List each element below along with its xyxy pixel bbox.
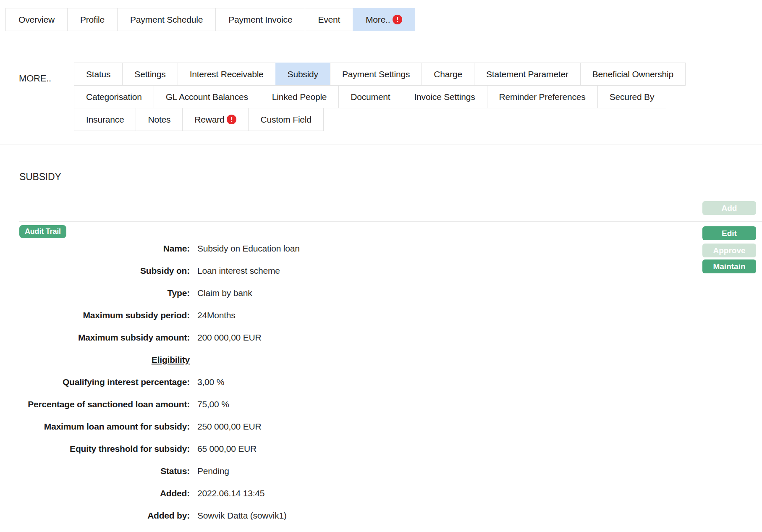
field-value: 75,00 % [197, 399, 229, 409]
field-row-maximum-loan-amount-for-subsidy: Maximum loan amount for subsidy: 250 000… [0, 415, 697, 438]
sub-tab-label: Secured By [610, 92, 655, 102]
tab-event[interactable]: Event ! [305, 8, 353, 31]
field-value: 24Months [197, 310, 236, 320]
field-value: 65 000,00 EUR [197, 444, 257, 454]
field-row-added: Added: 2022.06.14 13:45 [0, 482, 697, 504]
field-value: Claim by bank [197, 288, 252, 298]
subsidy-field-list: Name: Subsidy on Education loan Subsidy … [0, 237, 697, 527]
top-tab-bar: Overview ! Profile ! Payment Schedule ! … [6, 8, 415, 31]
tab-label: More.. [366, 15, 390, 25]
field-label: Percentage of sanctioned loan amount: [0, 399, 190, 409]
field-label: Maximum subsidy amount: [0, 333, 190, 343]
sub-tab-label: Status [86, 69, 110, 79]
alert-icon: ! [227, 115, 236, 124]
sub-tab-reward[interactable]: Reward ! [182, 108, 249, 131]
sub-tab-notes[interactable]: Notes ! [136, 108, 183, 131]
field-row-maximum-subsidy-period: Maximum subsidy period: 24Months [0, 304, 697, 326]
tab-label: Event [318, 15, 340, 25]
sub-tab-custom-field[interactable]: Custom Field ! [248, 108, 323, 131]
audit-trail-badge[interactable]: Audit Trail [19, 225, 66, 238]
sub-tab-row-2: Categorisation ! GL Account Balances ! L… [74, 85, 686, 108]
subsidy-title-divider [5, 187, 762, 187]
sub-tab-label: Payment Settings [342, 69, 410, 79]
field-row-maximum-subsidy-amount: Maximum subsidy amount: 200 000,00 EUR [0, 326, 697, 349]
tab-more[interactable]: More.. ! [353, 8, 415, 31]
field-label: Maximum loan amount for subsidy: [0, 422, 190, 432]
sub-tab-interest-receivable[interactable]: Interest Receivable ! [178, 63, 276, 86]
alert-icon: ! [393, 15, 402, 24]
sub-tab-label: Statement Parameter [486, 69, 568, 79]
sub-tab-status[interactable]: Status ! [74, 63, 123, 86]
sub-tab-row-1: Status ! Settings ! Interest Receivable … [74, 63, 686, 86]
sub-tab-gl-account-balances[interactable]: GL Account Balances ! [154, 85, 260, 108]
sub-tab-label: Reward [194, 115, 224, 125]
toolbar-divider [19, 221, 762, 222]
edit-button[interactable]: Edit [702, 226, 756, 240]
sub-tab-secured-by[interactable]: Secured By ! [597, 85, 667, 108]
field-row-qualifying-interest-percentage: Qualifying interest percentage: 3,00 % [0, 371, 697, 393]
tab-label: Payment Invoice [228, 15, 292, 25]
field-row-type: Type: Claim by bank [0, 282, 697, 304]
field-label: Eligibility [0, 355, 190, 365]
field-label: Maximum subsidy period: [0, 310, 190, 320]
sub-tab-invoice-settings[interactable]: Invoice Settings ! [402, 85, 487, 108]
sub-tab-label: Subsidy [288, 69, 318, 79]
field-heading-eligibility: Eligibility [0, 349, 697, 371]
section-divider [0, 144, 762, 144]
sub-tab-payment-settings[interactable]: Payment Settings ! [330, 63, 422, 86]
maintain-button[interactable]: Maintain [702, 259, 756, 273]
tab-overview[interactable]: Overview ! [5, 8, 68, 31]
sub-tab-label: GL Account Balances [166, 92, 248, 102]
field-label: Status: [0, 466, 190, 476]
sub-tab-label: Linked People [272, 92, 327, 102]
sub-tab-reminder-preferences[interactable]: Reminder Preferences ! [487, 85, 598, 108]
sub-tab-label: Settings [134, 69, 165, 79]
sub-tab-label: Document [351, 92, 390, 102]
field-value: 2022.06.14 13:45 [197, 488, 264, 498]
sub-tab-subsidy[interactable]: Subsidy ! [275, 63, 330, 86]
field-row-name: Name: Subsidy on Education loan [0, 237, 697, 259]
field-label: Subsidy on: [0, 266, 190, 276]
sub-tab-row-3: Insurance ! Notes ! Reward ! Custom Fiel… [74, 108, 686, 131]
sub-tab-label: Notes [148, 115, 170, 125]
field-label: Added: [0, 488, 190, 498]
field-value: 200 000,00 EUR [197, 333, 261, 343]
tab-payment-invoice[interactable]: Payment Invoice ! [215, 8, 305, 31]
field-label: Qualifying interest percentage: [0, 377, 190, 387]
tab-label: Payment Schedule [130, 15, 203, 25]
sub-tab-linked-people[interactable]: Linked People ! [260, 85, 339, 108]
tab-profile[interactable]: Profile ! [67, 8, 118, 31]
field-value: 250 000,00 EUR [197, 422, 261, 432]
sub-tab-label: Reminder Preferences [499, 92, 586, 102]
sub-tab-document[interactable]: Document ! [338, 85, 402, 108]
tab-payment-schedule[interactable]: Payment Schedule ! [117, 8, 216, 31]
field-row-added-by: Added by: Sowvik Datta (sowvik1) [0, 504, 697, 527]
add-button: Add [702, 201, 756, 215]
more-sub-tabs: Status ! Settings ! Interest Receivable … [74, 63, 686, 131]
field-value: Loan interest scheme [197, 266, 280, 276]
field-value: Sowvik Datta (sowvik1) [197, 511, 287, 521]
sub-tab-label: Beneficial Ownership [592, 69, 673, 79]
sub-tab-label: Categorisation [86, 92, 142, 102]
sub-tab-statement-parameter[interactable]: Statement Parameter ! [474, 63, 581, 86]
field-label: Type: [0, 288, 190, 298]
subsidy-page: { "colors": { "accent_green": "#4aa87c",… [0, 0, 762, 532]
sub-tab-charge[interactable]: Charge ! [422, 63, 474, 86]
sub-tab-label: Insurance [86, 115, 124, 125]
field-row-subsidy-on: Subsidy on: Loan interest scheme [0, 259, 697, 282]
approve-button: Approve [702, 244, 756, 257]
sub-tab-label: Interest Receivable [190, 69, 264, 79]
sub-tab-insurance[interactable]: Insurance ! [74, 108, 136, 131]
sub-tab-beneficial-ownership[interactable]: Beneficial Ownership ! [580, 63, 686, 86]
field-value: 3,00 % [197, 377, 224, 387]
sub-tab-settings[interactable]: Settings ! [122, 63, 178, 86]
field-row-percentage-of-sanctioned-loan-amount: Percentage of sanctioned loan amount: 75… [0, 393, 697, 415]
sub-tab-label: Invoice Settings [414, 92, 475, 102]
field-row-equity-threshold-for-subsidy: Equity threshold for subsidy: 65 000,00 … [0, 438, 697, 460]
tab-label: Profile [80, 15, 105, 25]
field-label: Equity threshold for subsidy: [0, 444, 190, 454]
sub-tab-label: Custom Field [260, 115, 311, 125]
field-label: Name: [0, 244, 190, 254]
field-value: Pending [197, 466, 229, 476]
sub-tab-categorisation[interactable]: Categorisation ! [74, 85, 154, 108]
